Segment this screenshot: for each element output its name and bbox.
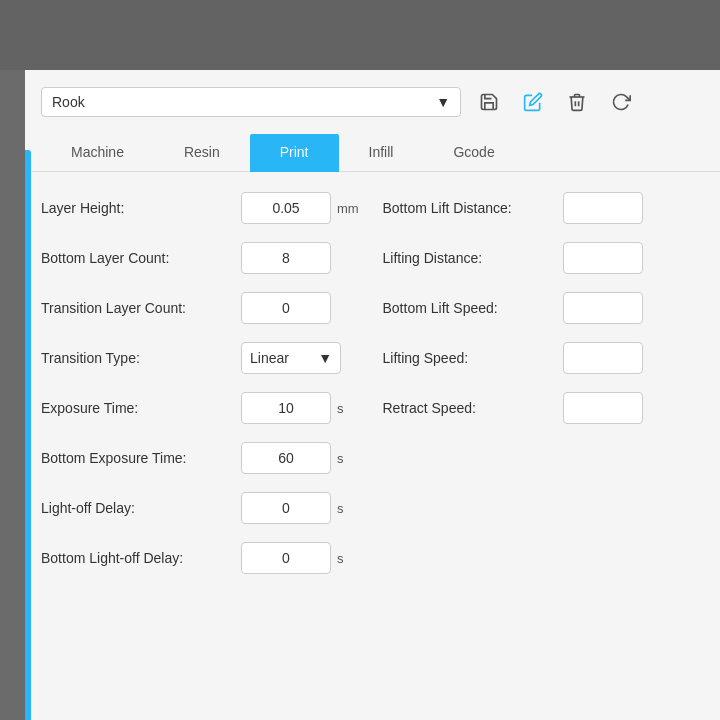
unit-layer-height: mm [337,201,359,216]
toolbar-icons [471,84,639,120]
delete-button[interactable] [559,84,595,120]
top-bar [0,0,720,70]
field-row-bottom-layer-count: Bottom Layer Count: 8 [41,242,363,274]
field-row-bottom-lift-speed: Bottom Lift Speed: [383,292,705,324]
tabs-bar: Machine Resin Print Infill Gcode [25,134,720,172]
label-exposure-time: Exposure Time: [41,400,241,416]
save-button[interactable] [471,84,507,120]
field-row-transition-type: Transition Type: Linear ▼ [41,342,363,374]
input-bottom-lift-speed[interactable] [563,292,643,324]
tab-machine[interactable]: Machine [41,134,154,172]
profile-value: Rook [52,94,85,110]
toolbar: Rook ▼ [25,70,720,134]
label-bottom-layer-count: Bottom Layer Count: [41,250,241,266]
input-transition-layer-count[interactable]: 0 [241,292,331,324]
trash-icon [567,92,587,112]
label-light-off-delay: Light-off Delay: [41,500,241,516]
input-exposure-time[interactable]: 10 [241,392,331,424]
refresh-button[interactable] [603,84,639,120]
save-icon [479,92,499,112]
input-layer-height[interactable]: 0.05 [241,192,331,224]
label-lifting-distance: Lifting Distance: [383,250,563,266]
label-transition-layer-count: Transition Layer Count: [41,300,241,316]
label-layer-height: Layer Height: [41,200,241,216]
refresh-icon [611,92,631,112]
input-light-off-delay[interactable]: 0 [241,492,331,524]
dropdown-arrow-icon: ▼ [436,94,450,110]
field-row-lifting-speed: Lifting Speed: [383,342,705,374]
tab-resin[interactable]: Resin [154,134,250,172]
label-bottom-light-off-delay: Bottom Light-off Delay: [41,550,241,566]
field-row-bottom-exposure-time: Bottom Exposure Time: 60 s [41,442,363,474]
field-row-bottom-light-off-delay: Bottom Light-off Delay: 0 s [41,542,363,574]
input-bottom-light-off-delay[interactable]: 0 [241,542,331,574]
input-bottom-layer-count[interactable]: 8 [241,242,331,274]
left-column: Layer Height: 0.05 mm Bottom Layer Count… [41,192,363,592]
label-lifting-speed: Lifting Speed: [383,350,563,366]
field-row-layer-height: Layer Height: 0.05 mm [41,192,363,224]
transition-type-value: Linear [250,350,289,366]
field-row-transition-layer-count: Transition Layer Count: 0 [41,292,363,324]
field-row-retract-speed: Retract Speed: [383,392,705,424]
side-accent [25,150,31,720]
label-retract-speed: Retract Speed: [383,400,563,416]
unit-bottom-exposure-time: s [337,451,344,466]
unit-exposure-time: s [337,401,344,416]
transition-dropdown-arrow-icon: ▼ [318,350,332,366]
content-area: Layer Height: 0.05 mm Bottom Layer Count… [25,172,720,612]
field-row-lifting-distance: Lifting Distance: [383,242,705,274]
edit-button[interactable] [515,84,551,120]
input-bottom-exposure-time[interactable]: 60 [241,442,331,474]
edit-icon [523,92,543,112]
label-transition-type: Transition Type: [41,350,241,366]
input-lifting-speed[interactable] [563,342,643,374]
field-row-light-off-delay: Light-off Delay: 0 s [41,492,363,524]
main-panel: Rook ▼ [25,70,720,720]
right-column: Bottom Lift Distance: Lifting Distance: … [383,192,705,592]
input-retract-speed[interactable] [563,392,643,424]
label-bottom-exposure-time: Bottom Exposure Time: [41,450,241,466]
field-row-bottom-lift-distance: Bottom Lift Distance: [383,192,705,224]
input-bottom-lift-distance[interactable] [563,192,643,224]
profile-dropdown[interactable]: Rook ▼ [41,87,461,117]
label-bottom-lift-speed: Bottom Lift Speed: [383,300,563,316]
unit-light-off-delay: s [337,501,344,516]
tab-infill[interactable]: Infill [339,134,424,172]
input-lifting-distance[interactable] [563,242,643,274]
tab-gcode[interactable]: Gcode [423,134,524,172]
transition-type-dropdown[interactable]: Linear ▼ [241,342,341,374]
tab-print[interactable]: Print [250,134,339,172]
unit-bottom-light-off-delay: s [337,551,344,566]
field-row-exposure-time: Exposure Time: 10 s [41,392,363,424]
label-bottom-lift-distance: Bottom Lift Distance: [383,200,563,216]
